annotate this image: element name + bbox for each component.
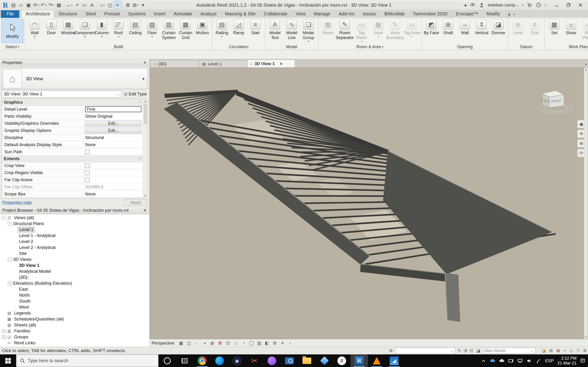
quick-assist-icon[interactable] bbox=[281, 354, 298, 367]
user-dropdown-icon[interactable]: ▾ bbox=[522, 4, 523, 7]
tab-precast[interactable]: Precast bbox=[100, 10, 124, 18]
help-dropdown-icon[interactable]: ▾ bbox=[545, 4, 546, 7]
tree-item-north[interactable]: North bbox=[0, 292, 149, 298]
collapse-icon[interactable]: − bbox=[8, 282, 12, 285]
tree-item-site[interactable]: Site bbox=[0, 250, 149, 257]
select-pinned-icon[interactable]: ⊠ bbox=[556, 348, 561, 353]
ribbon-button-model-group[interactable]: ❏Model Group▾ bbox=[300, 19, 317, 43]
display-icon[interactable] bbox=[518, 359, 523, 363]
edit-button[interactable]: Edit... bbox=[85, 128, 141, 133]
temporary-view-properties-icon[interactable]: ▥ bbox=[256, 340, 262, 346]
property-value[interactable]: Show Original bbox=[84, 113, 143, 120]
ribbon-button-vertical[interactable]: ⇕Vertical bbox=[473, 19, 490, 43]
photos-icon[interactable]: ◢ bbox=[385, 354, 403, 367]
panel-label-room-area[interactable]: Room & Area▾ bbox=[319, 44, 421, 50]
edit-type-button[interactable]: ⊞ Edit Type bbox=[123, 92, 148, 97]
scroll-down-icon[interactable]: ▼ bbox=[585, 336, 587, 338]
select-panel-label[interactable]: Select▾ bbox=[0, 44, 24, 50]
chevron-down-icon[interactable]: ▾ bbox=[71, 4, 73, 7]
aligned-dimension-icon[interactable]: ↗ bbox=[73, 1, 81, 9]
start-button[interactable] bbox=[0, 354, 16, 367]
property-value[interactable] bbox=[84, 148, 143, 155]
panel-label-work-plane[interactable]: Work Plane bbox=[545, 44, 588, 50]
collapse-icon[interactable]: − bbox=[8, 222, 12, 226]
switch-windows-icon[interactable]: ⊞▾ bbox=[132, 1, 139, 9]
onedrive-cloud-icon[interactable] bbox=[490, 359, 495, 363]
property-value[interactable] bbox=[84, 169, 143, 176]
checkbox-unchecked[interactable] bbox=[85, 178, 90, 182]
cortana-icon[interactable] bbox=[158, 354, 176, 367]
collapse-icon[interactable]: − bbox=[2, 216, 6, 220]
temporary-hide-isolate-icon[interactable]: ◔ bbox=[240, 340, 247, 346]
signed-in-user[interactable]: esteban.camp... bbox=[488, 2, 519, 8]
shadows-icon[interactable]: ◑ bbox=[201, 340, 208, 346]
apply-button[interactable]: Apply bbox=[124, 199, 147, 206]
drawing-area[interactable]: LEFT FRONT ◉ ✛ ⊕ ⟳ ▲ ▼ bbox=[150, 67, 588, 339]
tab-architecture[interactable]: Architecture bbox=[21, 10, 54, 18]
chevron-down-icon[interactable]: ▾ bbox=[38, 4, 39, 7]
tree-item-analytical-model[interactable]: Analytical Model bbox=[0, 268, 149, 274]
properties-scrollbar[interactable]: ▲ ▼ bbox=[143, 99, 147, 198]
cloud-icon[interactable] bbox=[499, 359, 505, 363]
panel-cycle-icon[interactable]: ▣ bbox=[506, 12, 512, 16]
slack-icon[interactable]: # bbox=[333, 354, 351, 367]
panel-label-datum[interactable]: Datum bbox=[509, 44, 544, 50]
chevron-down-icon[interactable]: ▾ bbox=[513, 13, 515, 16]
viewcube[interactable]: LEFT FRONT bbox=[535, 85, 576, 115]
close-view-icon[interactable]: × bbox=[280, 61, 282, 66]
scroll-up-icon[interactable]: ▲ bbox=[585, 68, 587, 71]
tree-item-legends[interactable]: ▤Legends bbox=[0, 310, 149, 316]
panel-label-circulation[interactable]: Circulation bbox=[213, 44, 265, 50]
property-value[interactable]: None bbox=[84, 191, 143, 198]
tag-by-category-icon[interactable]: ▭ bbox=[81, 1, 88, 9]
locked-3d-view-icon[interactable]: ⌂ bbox=[232, 340, 239, 346]
scroll-thumb[interactable] bbox=[144, 104, 147, 124]
taskbar-search[interactable]: Type here to search bbox=[16, 354, 158, 367]
ribbon-display-toggle[interactable]: ▣▾ bbox=[506, 12, 515, 18]
select-links-icon[interactable]: ◪ bbox=[541, 348, 546, 353]
worksets-select[interactable]: ⌄ bbox=[395, 348, 455, 354]
tree-item-south[interactable]: South bbox=[0, 298, 149, 304]
tab-issues[interactable]: Issues bbox=[359, 10, 380, 18]
collapse-icon[interactable]: − bbox=[8, 258, 12, 261]
search-help-icon[interactable] bbox=[469, 2, 476, 8]
tree-item-families[interactable]: +▥Families bbox=[0, 328, 149, 334]
app-store-cart-icon[interactable] bbox=[527, 2, 532, 8]
volume-icon[interactable] bbox=[527, 359, 532, 363]
scroll-up-icon[interactable]: ▲ bbox=[144, 100, 147, 103]
open-icon[interactable]: ▱ bbox=[17, 1, 25, 9]
checkbox-unchecked[interactable] bbox=[85, 171, 90, 175]
revit-taskbar-icon[interactable]: R bbox=[351, 354, 368, 367]
tab-twinmotion-2020[interactable]: Twinmotion 2020 bbox=[409, 10, 451, 18]
section-header-extents[interactable]: Extents⌃ bbox=[2, 156, 143, 162]
snip-tool-icon[interactable]: ✂ bbox=[246, 354, 263, 367]
clock[interactable]: 2:12 PM 21-Mar-21 bbox=[557, 356, 577, 366]
tab-analyze[interactable]: Analyze bbox=[196, 10, 221, 18]
property-value[interactable]: 331885.6 bbox=[84, 184, 143, 190]
help-icon[interactable]: ? bbox=[536, 2, 542, 8]
properties-close-icon[interactable]: × bbox=[142, 60, 147, 66]
select-underlay-icon[interactable]: ⊞ bbox=[549, 348, 553, 353]
tab-add-ins[interactable]: Add-Ins bbox=[334, 10, 359, 18]
tab-steel[interactable]: Steel bbox=[81, 10, 100, 18]
property-value[interactable] bbox=[84, 162, 143, 169]
property-value[interactable]: None bbox=[84, 141, 143, 148]
panel-label-opening[interactable]: Opening bbox=[422, 44, 508, 50]
ribbon-button-curtain-grid[interactable]: ▦Curtain Grid bbox=[177, 19, 194, 43]
tab-systems[interactable]: Systems bbox=[124, 10, 150, 18]
ribbon-button-mullion[interactable]: ▣Mullion bbox=[194, 19, 211, 43]
design-options-icon[interactable]: ⊡ bbox=[469, 348, 474, 353]
tree-item--3d-[interactable]: {3D} bbox=[0, 274, 149, 280]
property-value[interactable]: Structural bbox=[84, 134, 143, 141]
tree-item-views-all-[interactable]: −⊡Views (all) bbox=[0, 215, 149, 221]
type-selector-dropdown-icon[interactable]: ▼ bbox=[142, 77, 145, 81]
collapse-section-icon[interactable]: ⌃ bbox=[138, 101, 141, 104]
close-button[interactable] bbox=[577, 2, 584, 8]
project-browser-close-icon[interactable]: × bbox=[142, 207, 147, 213]
property-value[interactable]: Edit... bbox=[84, 120, 143, 127]
language-indicator[interactable]: ESP bbox=[545, 358, 554, 363]
ribbon-button-room-separator[interactable]: ✎Room Separator bbox=[337, 19, 353, 43]
chevron-down-icon[interactable]: ▾ bbox=[137, 4, 138, 7]
section-icon[interactable]: ◫ bbox=[106, 1, 114, 9]
tree-item-schedules-quantities-all-[interactable]: ▦Schedules/Quantities (all) bbox=[0, 316, 149, 322]
